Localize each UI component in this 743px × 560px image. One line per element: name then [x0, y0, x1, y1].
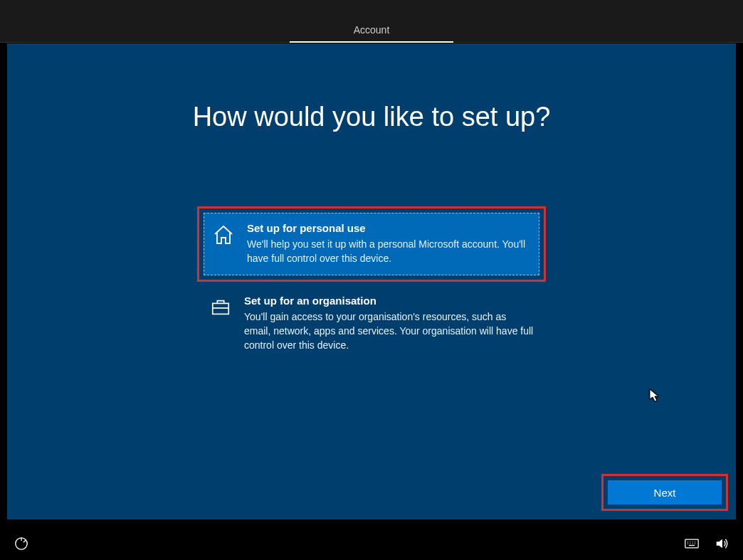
- tab-account[interactable]: Account: [290, 19, 454, 43]
- option-organisation-text: Set up for an organisation You'll gain a…: [244, 295, 534, 353]
- option-organisation-wrapper: Set up for an organisation You'll gain a…: [197, 282, 546, 366]
- option-personal-text: Set up for personal use We'll help you s…: [247, 222, 532, 266]
- option-personal-use[interactable]: Set up for personal use We'll help you s…: [204, 213, 539, 275]
- option-personal-desc: We'll help you set it up with a personal…: [247, 237, 532, 266]
- option-organisation[interactable]: Set up for an organisation You'll gain a…: [201, 286, 542, 361]
- svg-rect-2: [685, 539, 698, 548]
- ease-of-access-icon[interactable]: [14, 537, 28, 551]
- setup-options: Set up for personal use We'll help you s…: [197, 206, 546, 365]
- volume-icon[interactable]: [715, 537, 729, 551]
- next-button[interactable]: Next: [608, 480, 722, 504]
- svg-rect-0: [213, 303, 229, 314]
- top-bar: Account: [0, 0, 743, 43]
- keyboard-icon[interactable]: [685, 537, 699, 551]
- option-organisation-title: Set up for an organisation: [244, 295, 534, 307]
- bottom-bar: [0, 527, 743, 560]
- main-panel: How would you like to set up? Set up for…: [7, 43, 736, 519]
- option-organisation-desc: You'll gain access to your organisation'…: [244, 310, 534, 353]
- page-title: How would you like to set up?: [7, 102, 736, 132]
- briefcase-icon: [209, 295, 233, 319]
- option-personal-title: Set up for personal use: [247, 222, 532, 234]
- option-personal-highlight: Set up for personal use We'll help you s…: [197, 206, 546, 282]
- next-button-highlight: Next: [601, 474, 728, 511]
- home-icon: [211, 223, 236, 247]
